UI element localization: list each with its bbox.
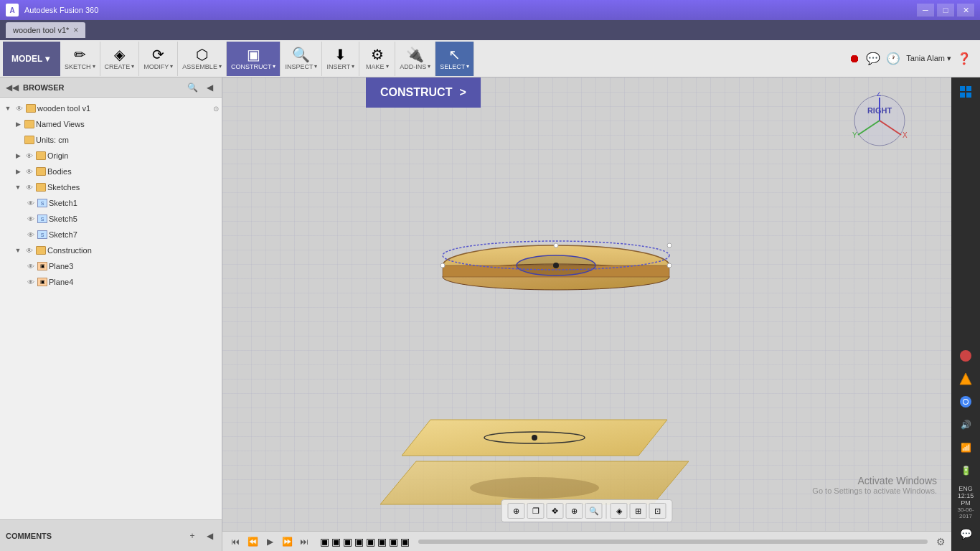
- viewport-area[interactable]: CONSTRUCT >: [222, 77, 951, 531]
- timeline-icon-8[interactable]: ▣: [400, 536, 410, 547]
- viewport-zoom-btn[interactable]: 🔍: [585, 503, 603, 519]
- taskbar-notification-icon[interactable]: [953, 344, 979, 367]
- sketch5-icon: S: [37, 215, 47, 223]
- plane4-eye-icon[interactable]: 👁: [26, 277, 36, 287]
- playback-play-btn[interactable]: ▶: [263, 535, 277, 548]
- playback-start-btn[interactable]: ⏮: [228, 535, 242, 548]
- timeline-icon-2[interactable]: ▣: [331, 536, 341, 547]
- taskbar-volume-icon[interactable]: 🔊: [953, 413, 979, 436]
- tree-item-construction[interactable]: ▼ 👁 Construction: [0, 242, 222, 258]
- origin-expand-icon[interactable]: ▶: [13, 151, 23, 161]
- taskbar-chrome-icon[interactable]: [953, 390, 979, 413]
- tree-item-bodies[interactable]: ▶ 👁 Bodies: [0, 164, 222, 179]
- construct-dropdown-arrow: ▾: [273, 63, 275, 70]
- sketches-eye-icon[interactable]: 👁: [24, 182, 34, 192]
- bodies-eye-icon[interactable]: 👁: [24, 166, 34, 176]
- root-settings-icon[interactable]: ⊙: [213, 105, 219, 113]
- sketches-expand-icon[interactable]: ▼: [13, 182, 23, 192]
- tree-item-named-views[interactable]: ▶ Named Views: [0, 116, 222, 132]
- construct-menu-popup[interactable]: CONSTRUCT >: [366, 77, 481, 108]
- timeline-icon-6[interactable]: ▣: [377, 536, 387, 547]
- tree-root[interactable]: ▼ 👁 wooden tool v1 ⊙: [0, 100, 222, 116]
- playback-prev-btn[interactable]: ⏪: [245, 535, 260, 548]
- chat-icon[interactable]: 💬: [866, 52, 880, 65]
- toolbar-create[interactable]: ◈ CREATE▾: [100, 42, 140, 76]
- add-ins-label: ADD-INS▾: [400, 63, 430, 70]
- history-icon[interactable]: 🕐: [886, 52, 900, 65]
- taskbar-wifi-icon[interactable]: 📶: [953, 436, 979, 459]
- root-eye-icon[interactable]: 👁: [14, 103, 24, 113]
- tree-item-plane4[interactable]: 👁 ▣ Plane4: [0, 274, 222, 290]
- browser-tree: ▼ 👁 wooden tool v1 ⊙ ▶ Named Views Units…: [0, 98, 222, 519]
- construction-eye-icon[interactable]: 👁: [24, 245, 34, 255]
- sketch1-eye-icon[interactable]: 👁: [26, 198, 36, 208]
- comments-section: COMMENTS + ◀: [0, 519, 222, 551]
- toolbar-sketch[interactable]: ✏ SKETCH▾: [60, 42, 100, 76]
- tree-item-plane3[interactable]: 👁 ▣ Plane3: [0, 258, 222, 274]
- viewport-window-btn[interactable]: ❐: [527, 503, 545, 519]
- tab-close-button[interactable]: ×: [73, 25, 78, 35]
- comments-collapse-btn[interactable]: ◀: [203, 529, 216, 542]
- root-expand-icon[interactable]: ▼: [3, 103, 13, 113]
- svg-point-5: [440, 263, 445, 268]
- origin-eye-icon[interactable]: 👁: [24, 151, 34, 161]
- wooden-tool-3d: [430, 235, 674, 307]
- sketch5-eye-icon[interactable]: 👁: [26, 214, 36, 224]
- timeline-icon-3[interactable]: ▣: [343, 536, 352, 547]
- minimize-button[interactable]: ─: [917, 4, 934, 17]
- timeline-settings-btn[interactable]: ⚙: [936, 536, 946, 547]
- viewport-zoom-extent-btn[interactable]: ⊕: [566, 503, 583, 519]
- browser-back-btn[interactable]: ◀◀: [6, 83, 19, 93]
- toolbar-inspect[interactable]: 🔍 INSPECT▾: [281, 42, 322, 76]
- named-views-expand-icon[interactable]: ▶: [13, 119, 23, 129]
- maximize-button[interactable]: □: [937, 4, 954, 17]
- plane3-icon: ▣: [37, 262, 47, 270]
- bodies-expand-icon[interactable]: ▶: [13, 166, 23, 176]
- tab-bar: wooden tool v1* ×: [0, 20, 980, 40]
- close-button[interactable]: ✕: [957, 4, 974, 17]
- taskbar-fusion-icon[interactable]: [953, 367, 979, 390]
- taskbar-message-icon[interactable]: 💬: [953, 522, 979, 545]
- playback-next-btn[interactable]: ⏩: [280, 535, 294, 548]
- sketch1-label: Sketch1: [49, 199, 219, 207]
- record-icon[interactable]: ⏺: [849, 52, 860, 65]
- tree-item-units: Units: cm: [0, 132, 222, 148]
- construction-expand-icon[interactable]: ▼: [13, 245, 23, 255]
- timeline-icon-4[interactable]: ▣: [354, 536, 364, 547]
- toolbar-modify[interactable]: ⟳ MODIFY▾: [139, 42, 178, 76]
- playback-end-btn[interactable]: ⏭: [297, 535, 311, 548]
- timeline-icon-7[interactable]: ▣: [389, 536, 398, 547]
- comments-add-btn[interactable]: +: [186, 529, 199, 542]
- model-arrow-icon: ▾: [45, 54, 50, 64]
- document-tab[interactable]: wooden tool v1* ×: [6, 22, 85, 38]
- viewport-perspective-btn[interactable]: ⊡: [649, 503, 666, 519]
- toolbar-insert[interactable]: ⬇ INSERT▾: [322, 42, 359, 76]
- viewport-snap-btn[interactable]: ⊕: [508, 503, 525, 519]
- tree-item-sketch5[interactable]: 👁 S Sketch5: [0, 211, 222, 227]
- help-icon[interactable]: ❓: [957, 52, 971, 65]
- browser-collapse-btn[interactable]: ◀: [203, 81, 216, 94]
- timeline-icon-1[interactable]: ▣: [320, 536, 329, 547]
- taskbar-battery-icon[interactable]: 🔋: [953, 459, 979, 482]
- toolbar-add-ins[interactable]: 🔌 ADD-INS▾: [395, 42, 435, 76]
- toolbar-select[interactable]: ↖ SELECT▾: [435, 42, 474, 76]
- timeline-track[interactable]: [418, 540, 928, 544]
- plane3-eye-icon[interactable]: 👁: [26, 261, 36, 271]
- model-selector[interactable]: MODEL ▾: [3, 42, 60, 76]
- toolbar-assemble[interactable]: ⬡ ASSEMBLE▾: [178, 42, 227, 76]
- root-label: wooden tool v1: [37, 104, 212, 113]
- toolbar-construct[interactable]: ▣ CONSTRUCT▾: [227, 42, 281, 76]
- user-label[interactable]: Tania Alam ▾: [906, 54, 951, 63]
- viewport-pan-btn[interactable]: ✥: [547, 503, 564, 519]
- sketch7-eye-icon[interactable]: 👁: [26, 230, 36, 240]
- tree-item-sketch7[interactable]: 👁 S Sketch7: [0, 227, 222, 242]
- toolbar-make[interactable]: ⚙ MAKE▾: [359, 42, 395, 76]
- taskbar-windows-btn[interactable]: [953, 80, 979, 103]
- tree-item-sketch1[interactable]: 👁 S Sketch1: [0, 195, 222, 211]
- viewport-display-mode-btn[interactable]: ◈: [611, 503, 628, 519]
- tree-item-sketches[interactable]: ▼ 👁 Sketches: [0, 179, 222, 195]
- browser-search-btn[interactable]: 🔍: [186, 81, 199, 94]
- timeline-icon-5[interactable]: ▣: [366, 536, 375, 547]
- viewport-grid-btn[interactable]: ⊞: [630, 503, 647, 519]
- tree-item-origin[interactable]: ▶ 👁 Origin: [0, 148, 222, 164]
